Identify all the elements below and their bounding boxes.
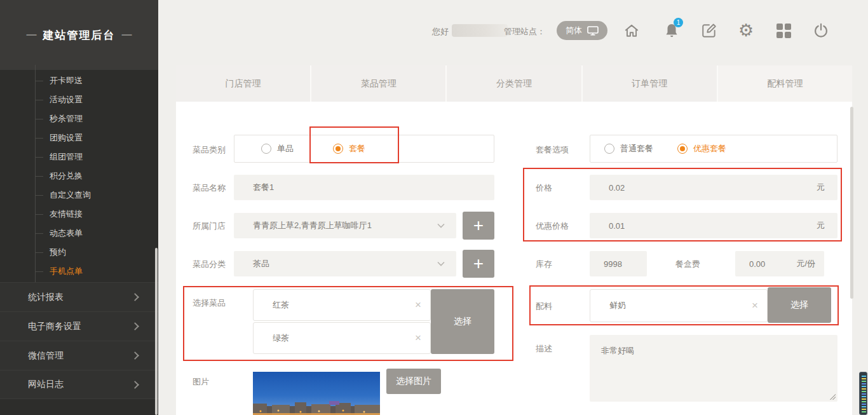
selected-dish-item: 绿茶 ×	[253, 322, 431, 354]
description-textarea[interactable]: 非常好喝	[590, 335, 837, 402]
settings-gear-icon[interactable]: ⚙	[737, 22, 755, 39]
price-unit: 元	[817, 182, 825, 193]
dish-photo-thumbnail	[253, 372, 380, 415]
radio-discount-meal[interactable]: 优惠套餐	[677, 143, 726, 154]
radio-set-meal[interactable]: 套餐	[333, 143, 365, 154]
monitor-icon	[587, 26, 599, 36]
dish-category-label: 菜品类别	[193, 144, 226, 156]
tab-dish-management[interactable]: 菜品管理	[311, 65, 447, 102]
page-scrollbar-widget[interactable]	[859, 372, 867, 415]
notifications-bell-icon[interactable]: 1	[663, 22, 681, 39]
sidebar-section-weixin[interactable]: 微信管理	[0, 341, 158, 370]
radio-single-dish[interactable]: 单品	[261, 143, 294, 154]
sidebar-sections: 统计报表 电子商务设置 微信管理 网站日志	[0, 282, 158, 399]
tab-ingredient-management[interactable]: 配料管理	[718, 65, 852, 102]
home-icon[interactable]	[623, 22, 641, 39]
dish-name-label: 菜品名称	[193, 182, 226, 194]
radio-normal-meal[interactable]: 普通套餐	[604, 143, 653, 154]
sidebar-header: — 建站管理后台 —	[0, 0, 158, 70]
image-label: 图片	[193, 376, 209, 388]
chevron-right-icon	[131, 381, 139, 389]
sidebar-item-youqing[interactable]: 友情链接	[0, 205, 158, 224]
ingredient-item: 鲜奶 ×	[590, 289, 768, 322]
title-dash-left: —	[27, 29, 37, 41]
stock-input[interactable]: 9998	[590, 251, 647, 276]
sidebar-item-kaika[interactable]: 开卡即送	[0, 71, 158, 90]
logout-power-icon[interactable]	[812, 22, 830, 39]
dish-name-input[interactable]: 套餐1	[234, 175, 494, 200]
dish-classify-label: 菜品分类	[193, 259, 226, 270]
radio-circle-selected	[677, 144, 688, 154]
title-dash-right: —	[122, 29, 132, 41]
meal-option-label: 套餐选项	[536, 144, 569, 156]
sidebar-item-miaosha[interactable]: 秒杀管理	[0, 109, 158, 128]
sidebar-section-dianzi[interactable]: 电子商务设置	[0, 311, 158, 341]
site-label: 管理站点：	[504, 26, 545, 37]
sidebar-item-huodong[interactable]: 活动设置	[0, 90, 158, 109]
top-header: 您好 管理站点： 简体 1 ⚙	[158, 0, 868, 62]
resize-handle[interactable]	[830, 394, 836, 400]
price-label: 价格	[536, 182, 552, 194]
box-fee-label: 餐盒费	[675, 259, 700, 270]
chevron-down-icon	[437, 223, 445, 228]
tab-category-management[interactable]: 分类管理	[447, 65, 582, 102]
sidebar-scrollbar[interactable]	[155, 248, 158, 415]
select-ingredient-button[interactable]: 选择	[768, 287, 831, 323]
price-input[interactable]: 0.02 元	[590, 175, 837, 200]
radio-circle-selected	[333, 144, 343, 154]
sidebar-item-yuyue[interactable]: 预约	[0, 243, 158, 262]
sidebar-item-dongtai[interactable]: 动态表单	[0, 224, 158, 243]
content-panel: 门店管理 菜品管理 分类管理 订单管理 配料管理 菜品类别 单品 套餐 菜品名称…	[176, 65, 852, 415]
dish-classify-select[interactable]: 茶品	[234, 251, 456, 276]
discount-price-unit: 元	[817, 220, 825, 231]
meal-option-radio-group: 普通套餐 优惠套餐	[590, 135, 837, 163]
apps-grid-icon[interactable]	[775, 22, 792, 39]
dish-category-radio-group: 单品 套餐	[234, 135, 494, 163]
description-label: 描述	[536, 343, 552, 355]
sidebar-menu: 开卡即送 活动设置 秒杀管理 团购设置 组团管理 积分兑换 自定义查询 友情链接…	[0, 70, 158, 281]
chevron-down-icon	[437, 261, 445, 266]
chevron-right-icon	[131, 351, 139, 360]
edit-icon[interactable]	[700, 22, 718, 39]
language-button[interactable]: 简体	[557, 21, 607, 40]
tab-store-management[interactable]: 门店管理	[176, 65, 311, 102]
stock-label: 库存	[536, 259, 552, 270]
discount-price-input[interactable]: 0.01 元	[590, 213, 837, 238]
tab-order-management[interactable]: 订单管理	[583, 65, 718, 102]
ingredient-label: 配料	[536, 301, 552, 312]
radio-circle	[604, 144, 614, 154]
remove-dish-icon[interactable]: ×	[415, 332, 421, 344]
sidebar: — 建站管理后台 — 开卡即送 活动设置 秒杀管理 团购设置 组团管理 积分兑换…	[0, 0, 158, 415]
sidebar-section-tongji[interactable]: 统计报表	[0, 282, 158, 311]
chevron-right-icon	[131, 293, 139, 301]
sidebar-item-tuangou[interactable]: 团购设置	[0, 128, 158, 147]
radio-circle	[261, 144, 271, 154]
tab-bar: 门店管理 菜品管理 分类管理 订单管理 配料管理	[176, 65, 852, 102]
add-classify-button[interactable]: +	[463, 250, 494, 278]
sidebar-item-shouji-diandan[interactable]: 手机点单	[0, 262, 158, 281]
remove-ingredient-icon[interactable]: ×	[752, 299, 758, 312]
chevron-right-icon	[131, 322, 139, 330]
notification-badge: 1	[674, 18, 683, 27]
selected-dish-item: 红茶 ×	[253, 289, 431, 321]
content-scrollbar[interactable]	[850, 107, 853, 299]
greeting-text: 您好	[432, 26, 449, 37]
select-image-button[interactable]: 选择图片	[386, 369, 441, 394]
box-fee-unit: 元/份	[796, 258, 815, 269]
box-fee-input[interactable]: 0.00 元/份	[735, 251, 824, 276]
username-redacted	[452, 24, 508, 37]
store-label: 所属门店	[193, 221, 226, 232]
sidebar-item-zidingyi[interactable]: 自定义查询	[0, 186, 158, 205]
select-dishes-button[interactable]: 选择	[431, 289, 494, 354]
sidebar-section-wangzhan[interactable]: 网站日志	[0, 370, 158, 399]
sidebar-item-jifen[interactable]: 积分兑换	[0, 167, 158, 186]
select-dishes-label: 选择菜品	[193, 297, 226, 309]
discount-price-label: 优惠价格	[536, 221, 569, 232]
app-title: 建站管理后台	[43, 28, 116, 43]
remove-dish-icon[interactable]: ×	[415, 299, 421, 311]
add-store-button[interactable]: +	[463, 212, 494, 240]
store-select[interactable]: 青青原上草2,青青原上草咖啡厅1	[234, 213, 456, 238]
sidebar-item-zutuan[interactable]: 组团管理	[0, 147, 158, 167]
